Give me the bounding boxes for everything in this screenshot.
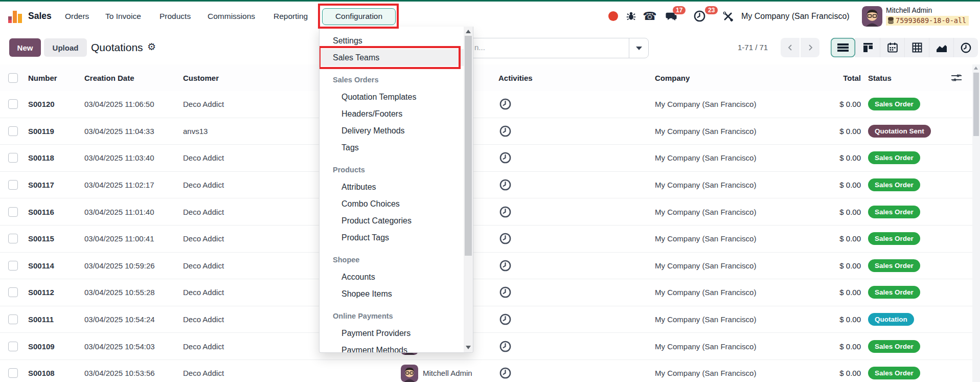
- column-header-number[interactable]: Number: [28, 64, 57, 91]
- view-graph-button[interactable]: [929, 38, 953, 57]
- column-header-status[interactable]: Status: [868, 64, 892, 91]
- row-number[interactable]: S00115: [28, 226, 54, 252]
- activity-clock-button[interactable]: [499, 279, 511, 306]
- row-checkbox[interactable]: [8, 226, 18, 252]
- row-checkbox[interactable]: [8, 279, 18, 306]
- view-kanban-button[interactable]: [855, 38, 880, 57]
- select-all-checkbox[interactable]: [8, 64, 18, 91]
- activity-clock-button[interactable]: [499, 253, 511, 279]
- table-row[interactable]: S00109 03/04/2025 10:54:03 Deco Addict M…: [0, 333, 980, 360]
- nav-menu-orders[interactable]: Orders: [65, 2, 89, 31]
- menu-item-accounts[interactable]: Accounts: [320, 268, 473, 285]
- table-row[interactable]: S00119 03/04/2025 11:04:33 anvs13 Mitche…: [0, 118, 980, 145]
- row-checkbox[interactable]: [8, 306, 18, 333]
- row-number[interactable]: S00111: [28, 306, 54, 333]
- record-dot-icon[interactable]: [606, 2, 620, 31]
- table-row[interactable]: S00112 03/04/2025 10:55:28 Deco Addict M…: [0, 279, 980, 306]
- sales-app-icon[interactable]: [8, 9, 23, 24]
- activity-clock-button[interactable]: [499, 172, 511, 198]
- gear-icon[interactable]: ⚙: [147, 31, 156, 64]
- menu-item-sales-teams[interactable]: Sales Teams: [320, 49, 473, 66]
- menu-item-product-categories[interactable]: Product Categories: [320, 212, 473, 229]
- new-button[interactable]: New: [9, 38, 41, 57]
- page-scroll-up-icon[interactable]: [974, 66, 978, 70]
- row-number[interactable]: S00108: [28, 360, 55, 382]
- table-row[interactable]: S00108 03/04/2025 10:53:56 Deco Addict M…: [0, 360, 980, 382]
- pager-next-button[interactable]: [801, 38, 819, 57]
- column-header-customer[interactable]: Customer: [183, 64, 219, 91]
- tools-icon[interactable]: [721, 2, 735, 31]
- page-scrollbar[interactable]: [972, 64, 980, 382]
- menu-item-shopee-items[interactable]: Shopee Items: [320, 285, 473, 302]
- menu-item-delivery-methods[interactable]: Delivery Methods: [320, 122, 473, 139]
- menu-item-quotation-templates[interactable]: Quotation Templates: [320, 88, 473, 105]
- activity-clock-button[interactable]: [499, 198, 511, 225]
- dropdown-scrollbar-thumb[interactable]: [465, 36, 472, 256]
- column-header-total[interactable]: Total: [787, 64, 861, 91]
- column-header-company[interactable]: Company: [655, 64, 690, 91]
- nav-menu-products[interactable]: Products: [159, 2, 191, 31]
- table-row[interactable]: S00120 03/04/2025 11:06:50 Deco Addict M…: [0, 91, 980, 118]
- activity-clock-icon[interactable]: [693, 2, 706, 31]
- column-header-creation-date[interactable]: Creation Date: [84, 64, 134, 91]
- scroll-up-icon[interactable]: [466, 30, 471, 33]
- row-number[interactable]: S00117: [28, 172, 54, 198]
- user-avatar[interactable]: [862, 6, 882, 27]
- row-number[interactable]: S00118: [28, 145, 54, 171]
- table-row[interactable]: S00117 03/04/2025 11:02:17 Deco Addict M…: [0, 172, 980, 199]
- menu-item-combo-choices[interactable]: Combo Choices: [320, 195, 473, 212]
- menu-item-attributes[interactable]: Attributes: [320, 178, 473, 195]
- row-checkbox[interactable]: [8, 145, 18, 171]
- table-row[interactable]: S00111 03/04/2025 10:54:24 Deco Addict M…: [0, 306, 980, 333]
- activity-clock-button[interactable]: [499, 118, 511, 145]
- menu-item-payment-providers[interactable]: Payment Providers: [320, 325, 473, 342]
- activity-clock-button[interactable]: [499, 360, 511, 382]
- activity-clock-button[interactable]: [499, 306, 511, 333]
- nav-menu-commissions[interactable]: Commissions: [208, 2, 255, 31]
- search-dropdown-toggle[interactable]: [629, 38, 648, 58]
- row-checkbox[interactable]: [8, 172, 18, 198]
- row-checkbox[interactable]: [8, 118, 18, 145]
- bug-icon[interactable]: [624, 2, 637, 31]
- table-row[interactable]: S00115 03/04/2025 11:00:41 Deco Addict M…: [0, 226, 980, 253]
- row-checkbox[interactable]: [8, 360, 18, 382]
- row-checkbox[interactable]: [8, 91, 18, 118]
- row-checkbox[interactable]: [8, 198, 18, 225]
- nav-menu-reporting[interactable]: Reporting: [274, 2, 308, 31]
- column-header-activities[interactable]: Activities: [498, 64, 533, 91]
- table-row[interactable]: S00114 03/04/2025 10:59:26 Deco Addict M…: [0, 253, 980, 280]
- row-number[interactable]: S00109: [28, 333, 55, 359]
- activity-clock-button[interactable]: [499, 145, 511, 171]
- company-switcher[interactable]: My Company (San Francisco): [741, 2, 850, 31]
- view-calendar-button[interactable]: [880, 38, 904, 57]
- nav-menu-to-invoice[interactable]: To Invoice: [105, 2, 141, 31]
- page-scrollbar-thumb[interactable]: [973, 73, 979, 136]
- view-pivot-button[interactable]: [904, 38, 929, 57]
- phone-icon[interactable]: ☎: [643, 2, 656, 31]
- row-number[interactable]: S00119: [28, 118, 54, 145]
- activity-clock-button[interactable]: [499, 226, 511, 252]
- row-number[interactable]: S00116: [28, 198, 54, 225]
- pager-previous-button[interactable]: [781, 38, 800, 57]
- row-checkbox[interactable]: [8, 333, 18, 359]
- row-number[interactable]: S00120: [28, 91, 55, 118]
- menu-item-tags[interactable]: Tags: [320, 139, 473, 156]
- dropdown-scrollbar[interactable]: [464, 27, 473, 352]
- scroll-down-icon[interactable]: [466, 346, 471, 349]
- activity-clock-button[interactable]: [499, 91, 511, 118]
- menu-item-payment-methods[interactable]: Payment Methods: [320, 342, 473, 353]
- view-activity-button[interactable]: [953, 38, 978, 57]
- menu-item-headers-footers[interactable]: Headers/Footers: [320, 105, 473, 122]
- upload-button[interactable]: Upload: [44, 38, 87, 57]
- table-row[interactable]: S00116 03/04/2025 11:01:40 Deco Addict M…: [0, 198, 980, 226]
- nav-menu-configuration[interactable]: Configuration: [322, 8, 396, 25]
- view-list-button[interactable]: [831, 38, 855, 57]
- row-number[interactable]: S00114: [28, 253, 54, 279]
- row-checkbox[interactable]: [8, 253, 18, 279]
- app-name[interactable]: Sales: [28, 2, 52, 31]
- optional-columns-icon[interactable]: [951, 64, 962, 91]
- row-number[interactable]: S00112: [28, 279, 54, 306]
- table-row[interactable]: S00118 03/04/2025 11:03:40 Deco Addict M…: [0, 145, 980, 172]
- user-name[interactable]: Mitchell Admin: [886, 6, 932, 14]
- menu-item-product-tags[interactable]: Product Tags: [320, 229, 473, 246]
